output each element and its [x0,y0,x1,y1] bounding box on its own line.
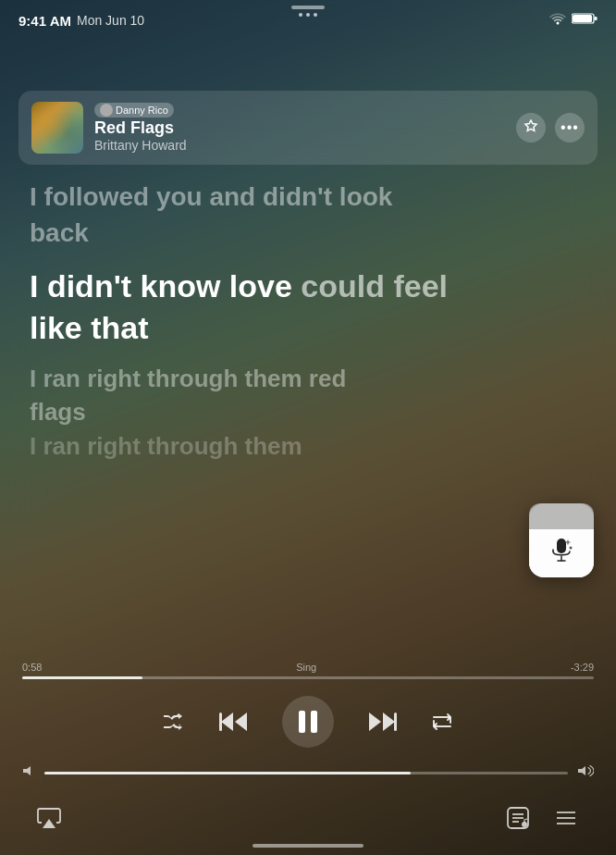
volume-bar-container [18,764,598,781]
card-actions: ••• [516,113,585,142]
lyric-current-container: I didn't know love could feel like that [30,267,586,347]
lyric-prev-line2: back [30,217,586,249]
svg-marker-10 [221,712,233,731]
mic-icon [546,535,577,573]
track-user: Danny Rico [94,103,509,118]
drag-indicator [291,6,325,9]
album-art [31,102,83,154]
home-indicator [253,844,363,848]
sing-label: Sing [296,662,316,673]
status-date: Mon Jun 10 [77,13,144,28]
controls-section: 0:58 Sing -3:29 [0,662,616,781]
shuffle-button[interactable] [162,712,186,732]
svg-rect-1 [573,15,592,22]
svg-rect-14 [311,711,317,733]
dot1 [299,13,302,17]
svg-marker-18 [23,766,31,775]
svg-marker-20 [43,819,55,828]
svg-rect-17 [394,712,397,731]
lyric-next-line2: flags [30,397,586,428]
volume-fill [44,772,411,774]
star-icon [524,119,538,137]
svg-marker-19 [578,766,585,775]
svg-rect-2 [595,17,598,20]
top-dots-menu[interactable] [299,13,317,17]
track-artist: Brittany Howard [94,138,509,153]
sing-button[interactable] [529,503,594,577]
fast-forward-button[interactable] [367,710,397,734]
lyric-prev-line1: I followed you and didn't look [30,180,586,213]
svg-point-9 [570,546,573,549]
user-name: Danny Rico [116,105,168,116]
progress-fill [22,676,142,679]
album-art-inner [31,102,83,154]
lyric-dim: could feel [292,268,448,304]
svg-marker-15 [383,712,395,731]
status-time: 9:41 AM [18,13,71,29]
repeat-button[interactable] [430,711,454,733]
svg-rect-12 [219,712,222,731]
sing-button-content [529,529,594,577]
airplay-button[interactable] [37,806,61,830]
volume-track[interactable] [44,772,568,774]
user-pill: Danny Rico [94,103,174,118]
track-title: Red Flags [94,119,509,138]
svg-marker-16 [369,712,381,731]
rewind-button[interactable] [219,710,249,734]
volume-high-icon [577,764,594,781]
lyric-current-line2: like that [30,309,586,347]
pause-button[interactable] [282,696,334,748]
more-button[interactable]: ••• [555,113,585,142]
progress-bar-container: 0:58 Sing -3:29 [18,662,598,679]
lyric-highlight2: like that [30,310,148,345]
now-playing-card: Danny Rico Red Flags Brittany Howard ••• [18,91,598,165]
lyric-current-line1: I didn't know love could feel [30,267,586,305]
user-avatar [100,104,113,117]
playback-controls [18,696,598,748]
dot2 [306,13,310,17]
lyric-next-line1: I ran right through them red [30,364,586,394]
svg-rect-3 [557,539,566,553]
status-right [549,12,598,29]
lyrics-button[interactable] [505,805,531,831]
battery-icon [572,12,598,29]
sing-button-handle [529,503,594,529]
svg-rect-13 [299,711,305,733]
more-icon: ••• [561,119,579,136]
lyrics-section: I followed you and didn't look back I di… [0,171,616,591]
right-controls [505,805,579,831]
lyric-far-line1: I ran right through them [30,431,586,462]
track-info: Danny Rico Red Flags Brittany Howard [94,103,509,154]
queue-button[interactable] [553,805,579,831]
time-remaining: -3:29 [571,662,594,673]
progress-labels: 0:58 Sing -3:29 [22,662,594,673]
dot3 [314,13,317,17]
svg-marker-11 [235,712,247,731]
wifi-icon [549,12,566,29]
star-button[interactable] [516,113,546,142]
lyric-highlight: I didn't know love [30,268,292,304]
progress-track[interactable] [22,676,594,679]
volume-low-icon [22,764,35,781]
time-elapsed: 0:58 [22,662,42,673]
